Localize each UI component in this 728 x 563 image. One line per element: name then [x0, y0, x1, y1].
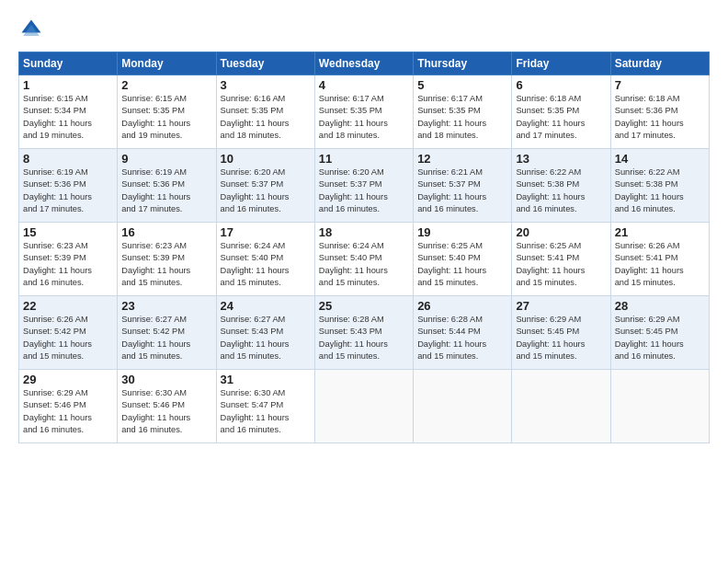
calendar-cell: 24Sunrise: 6:27 AM Sunset: 5:43 PM Dayli…: [216, 296, 314, 370]
cell-details: Sunrise: 6:26 AM Sunset: 5:42 PM Dayligh…: [23, 314, 113, 363]
weekday-header-monday: Monday: [118, 52, 216, 75]
day-number: 19: [417, 225, 507, 239]
day-number: 18: [319, 225, 409, 239]
cell-details: Sunrise: 6:20 AM Sunset: 5:37 PM Dayligh…: [319, 167, 409, 216]
calendar-cell: 10Sunrise: 6:20 AM Sunset: 5:37 PM Dayli…: [216, 149, 314, 223]
calendar-cell: 13Sunrise: 6:22 AM Sunset: 5:38 PM Dayli…: [512, 149, 610, 223]
day-number: 9: [121, 152, 211, 166]
calendar-cell: 15Sunrise: 6:23 AM Sunset: 5:39 PM Dayli…: [19, 223, 118, 296]
cell-details: Sunrise: 6:15 AM Sunset: 5:35 PM Dayligh…: [121, 93, 211, 143]
day-number: 15: [23, 225, 113, 239]
cell-details: Sunrise: 6:16 AM Sunset: 5:35 PM Dayligh…: [221, 93, 311, 143]
day-number: 28: [615, 299, 705, 313]
cell-details: Sunrise: 6:30 AM Sunset: 5:46 PM Dayligh…: [121, 387, 211, 437]
calendar-cell: [414, 370, 512, 443]
day-number: 5: [417, 78, 507, 92]
day-number: 12: [417, 152, 507, 166]
calendar-cell: 23Sunrise: 6:27 AM Sunset: 5:42 PM Dayli…: [118, 296, 216, 370]
calendar-cell: 14Sunrise: 6:22 AM Sunset: 5:38 PM Dayli…: [610, 149, 709, 223]
day-number: 13: [516, 152, 606, 166]
header: [18, 17, 710, 42]
cell-details: Sunrise: 6:27 AM Sunset: 5:43 PM Dayligh…: [221, 314, 311, 363]
calendar-cell: [512, 370, 610, 443]
calendar-cell: 28Sunrise: 6:29 AM Sunset: 5:45 PM Dayli…: [610, 296, 709, 370]
day-number: 6: [516, 78, 606, 92]
cell-details: Sunrise: 6:17 AM Sunset: 5:35 PM Dayligh…: [319, 93, 409, 143]
cell-details: Sunrise: 6:17 AM Sunset: 5:35 PM Dayligh…: [417, 93, 507, 143]
day-number: 24: [221, 299, 311, 313]
cell-details: Sunrise: 6:24 AM Sunset: 5:40 PM Dayligh…: [319, 240, 409, 290]
calendar-cell: 9Sunrise: 6:19 AM Sunset: 5:36 PM Daylig…: [118, 149, 216, 223]
weekday-header-saturday: Saturday: [610, 52, 709, 75]
cell-details: Sunrise: 6:22 AM Sunset: 5:38 PM Dayligh…: [615, 167, 705, 216]
calendar-cell: 12Sunrise: 6:21 AM Sunset: 5:37 PM Dayli…: [414, 149, 512, 223]
cell-details: Sunrise: 6:29 AM Sunset: 5:46 PM Dayligh…: [23, 387, 113, 437]
calendar-cell: 25Sunrise: 6:28 AM Sunset: 5:43 PM Dayli…: [314, 296, 413, 370]
weekday-header-sunday: Sunday: [19, 52, 118, 75]
day-number: 29: [23, 373, 113, 386]
weekday-header-tuesday: Tuesday: [216, 52, 314, 75]
cell-details: Sunrise: 6:21 AM Sunset: 5:37 PM Dayligh…: [417, 167, 507, 216]
cell-details: Sunrise: 6:22 AM Sunset: 5:38 PM Dayligh…: [516, 167, 606, 216]
calendar-cell: 22Sunrise: 6:26 AM Sunset: 5:42 PM Dayli…: [19, 296, 118, 370]
cell-details: Sunrise: 6:18 AM Sunset: 5:36 PM Dayligh…: [615, 93, 705, 143]
weekday-header-thursday: Thursday: [414, 52, 512, 75]
cell-details: Sunrise: 6:30 AM Sunset: 5:47 PM Dayligh…: [221, 387, 311, 437]
calendar-cell: 19Sunrise: 6:25 AM Sunset: 5:40 PM Dayli…: [414, 223, 512, 296]
day-number: 2: [121, 78, 211, 92]
calendar-cell: 2Sunrise: 6:15 AM Sunset: 5:35 PM Daylig…: [118, 75, 216, 149]
day-number: 23: [121, 299, 211, 313]
calendar-cell: [314, 370, 413, 443]
day-number: 17: [221, 225, 311, 239]
cell-details: Sunrise: 6:25 AM Sunset: 5:41 PM Dayligh…: [516, 240, 606, 290]
calendar-cell: 1Sunrise: 6:15 AM Sunset: 5:34 PM Daylig…: [19, 75, 118, 149]
weekday-header-wednesday: Wednesday: [314, 52, 413, 75]
cell-details: Sunrise: 6:19 AM Sunset: 5:36 PM Dayligh…: [121, 167, 211, 216]
day-number: 25: [319, 299, 409, 313]
day-number: 16: [121, 225, 211, 239]
calendar-cell: 27Sunrise: 6:29 AM Sunset: 5:45 PM Dayli…: [512, 296, 610, 370]
calendar-cell: [610, 370, 709, 443]
cell-details: Sunrise: 6:25 AM Sunset: 5:40 PM Dayligh…: [417, 240, 507, 290]
day-number: 4: [319, 78, 409, 92]
cell-details: Sunrise: 6:27 AM Sunset: 5:42 PM Dayligh…: [121, 314, 211, 363]
day-number: 20: [516, 225, 606, 239]
day-number: 7: [615, 78, 705, 92]
calendar-cell: 21Sunrise: 6:26 AM Sunset: 5:41 PM Dayli…: [610, 223, 709, 296]
day-number: 3: [221, 78, 311, 92]
day-number: 21: [615, 225, 705, 239]
cell-details: Sunrise: 6:24 AM Sunset: 5:40 PM Dayligh…: [221, 240, 311, 290]
day-number: 14: [615, 152, 705, 166]
calendar-cell: 4Sunrise: 6:17 AM Sunset: 5:35 PM Daylig…: [314, 75, 413, 149]
cell-details: Sunrise: 6:19 AM Sunset: 5:36 PM Dayligh…: [23, 167, 113, 216]
calendar-cell: 5Sunrise: 6:17 AM Sunset: 5:35 PM Daylig…: [414, 75, 512, 149]
logo-icon: [18, 17, 44, 42]
cell-details: Sunrise: 6:23 AM Sunset: 5:39 PM Dayligh…: [23, 240, 113, 290]
cell-details: Sunrise: 6:28 AM Sunset: 5:44 PM Dayligh…: [417, 314, 507, 363]
calendar-cell: 29Sunrise: 6:29 AM Sunset: 5:46 PM Dayli…: [19, 370, 118, 443]
calendar-cell: 17Sunrise: 6:24 AM Sunset: 5:40 PM Dayli…: [216, 223, 314, 296]
cell-details: Sunrise: 6:29 AM Sunset: 5:45 PM Dayligh…: [615, 314, 705, 363]
day-number: 30: [121, 373, 211, 386]
calendar-cell: 11Sunrise: 6:20 AM Sunset: 5:37 PM Dayli…: [314, 149, 413, 223]
calendar-cell: 30Sunrise: 6:30 AM Sunset: 5:46 PM Dayli…: [118, 370, 216, 443]
calendar-cell: 16Sunrise: 6:23 AM Sunset: 5:39 PM Dayli…: [118, 223, 216, 296]
calendar: SundayMondayTuesdayWednesdayThursdayFrid…: [18, 52, 710, 443]
calendar-cell: 20Sunrise: 6:25 AM Sunset: 5:41 PM Dayli…: [512, 223, 610, 296]
calendar-cell: 31Sunrise: 6:30 AM Sunset: 5:47 PM Dayli…: [216, 370, 314, 443]
cell-details: Sunrise: 6:18 AM Sunset: 5:35 PM Dayligh…: [516, 93, 606, 143]
weekday-header-friday: Friday: [512, 52, 610, 75]
day-number: 10: [221, 152, 311, 166]
calendar-cell: 6Sunrise: 6:18 AM Sunset: 5:35 PM Daylig…: [512, 75, 610, 149]
calendar-cell: 7Sunrise: 6:18 AM Sunset: 5:36 PM Daylig…: [610, 75, 709, 149]
cell-details: Sunrise: 6:29 AM Sunset: 5:45 PM Dayligh…: [516, 314, 606, 363]
day-number: 26: [417, 299, 507, 313]
day-number: 22: [23, 299, 113, 313]
day-number: 8: [23, 152, 113, 166]
cell-details: Sunrise: 6:28 AM Sunset: 5:43 PM Dayligh…: [319, 314, 409, 363]
calendar-cell: 3Sunrise: 6:16 AM Sunset: 5:35 PM Daylig…: [216, 75, 314, 149]
day-number: 27: [516, 299, 606, 313]
calendar-cell: 8Sunrise: 6:19 AM Sunset: 5:36 PM Daylig…: [19, 149, 118, 223]
day-number: 31: [221, 373, 311, 386]
cell-details: Sunrise: 6:26 AM Sunset: 5:41 PM Dayligh…: [615, 240, 705, 290]
